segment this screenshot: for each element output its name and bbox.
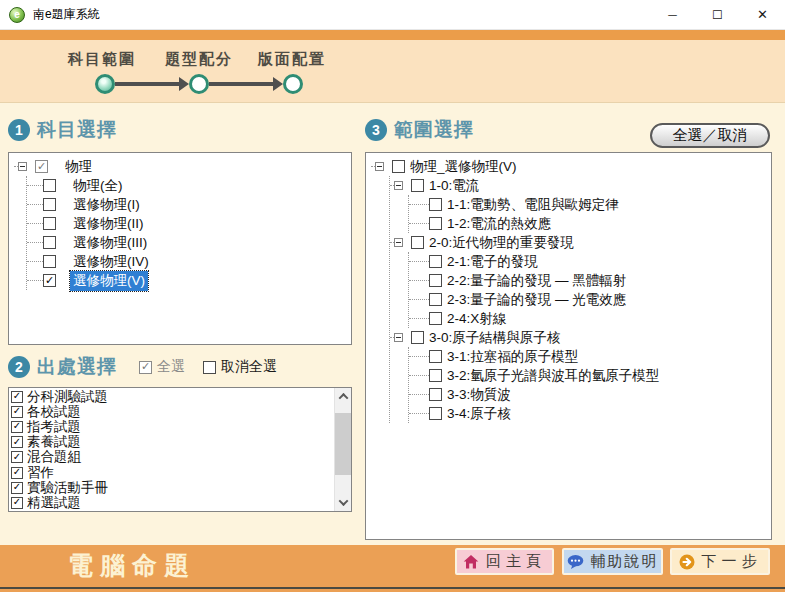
- tree-connector: [409, 204, 429, 205]
- tree-node[interactable]: 3-3:物質波: [409, 385, 771, 404]
- tree-node-label[interactable]: 1-0:電流: [426, 176, 482, 196]
- tree-node[interactable]: 3-2:氫原子光譜與波耳的氫原子模型: [409, 366, 771, 385]
- select-toggle-button[interactable]: 全選／取消: [650, 123, 770, 148]
- tree-node[interactable]: 選修物理(I): [27, 195, 351, 214]
- tree-node-label[interactable]: 1-1:電動勢、電阻與歐姆定律: [444, 195, 622, 215]
- checkbox[interactable]: [43, 217, 56, 230]
- tree-node-label[interactable]: 2-0:近代物理的重要發現: [426, 233, 577, 253]
- checkbox[interactable]: [11, 467, 23, 479]
- tree-node-label[interactable]: 選修物理(I): [70, 195, 143, 215]
- checkbox[interactable]: [429, 312, 442, 325]
- checkbox[interactable]: [429, 369, 442, 382]
- checkbox[interactable]: [43, 179, 56, 192]
- scroll-up-icon[interactable]: [335, 389, 351, 404]
- tree-node[interactable]: 選修物理(II): [27, 214, 351, 233]
- checkbox[interactable]: [11, 451, 23, 463]
- checkbox[interactable]: [429, 255, 442, 268]
- checkbox[interactable]: [11, 391, 23, 403]
- tree-node-label[interactable]: 3-0:原子結構與原子核: [426, 328, 563, 348]
- step-label-subject-range: 科目範圍: [68, 50, 136, 69]
- tree-node[interactable]: 2-0:近代物理的重要發現: [390, 233, 771, 252]
- deselect-all-checkbox[interactable]: 取消全選: [203, 358, 277, 376]
- checkbox[interactable]: [429, 350, 442, 363]
- chat-icon: [567, 554, 584, 570]
- next-step-button[interactable]: 下一步: [670, 548, 770, 575]
- minimize-button[interactable]: ─: [650, 0, 695, 30]
- checkbox[interactable]: [11, 482, 23, 494]
- checkbox[interactable]: [11, 421, 23, 433]
- tree-collapse-icon[interactable]: [394, 181, 403, 190]
- tree-node[interactable]: 選修物理(V): [27, 271, 351, 290]
- checkbox[interactable]: [429, 388, 442, 401]
- tree-node[interactable]: 3-1:拉塞福的原子模型: [409, 347, 771, 366]
- tree-node-label[interactable]: 2-3:量子論的發現 — 光電效應: [444, 290, 629, 310]
- tree-node[interactable]: 1-0:電流: [390, 176, 771, 195]
- tree-node-label[interactable]: 選修物理(IV): [70, 252, 152, 272]
- tree-node[interactable]: 物理(全): [27, 176, 351, 195]
- checkbox[interactable]: [429, 217, 442, 230]
- tree-node[interactable]: 2-2:量子論的發現 — 黑體輻射: [409, 271, 771, 290]
- help-button[interactable]: 輔助說明: [562, 548, 663, 575]
- checkbox[interactable]: [11, 436, 23, 448]
- tree-node[interactable]: 3-0:原子結構與原子核: [390, 328, 771, 347]
- tree-node[interactable]: 選修物理(III): [27, 233, 351, 252]
- maximize-button[interactable]: ☐: [695, 0, 740, 30]
- checkbox[interactable]: [411, 331, 424, 344]
- tree-collapse-icon[interactable]: [394, 333, 403, 342]
- checkbox[interactable]: [11, 406, 23, 418]
- close-button[interactable]: ✕: [740, 0, 785, 30]
- tree-node[interactable]: 2-1:電子的發現: [409, 252, 771, 271]
- checkbox[interactable]: [43, 236, 56, 249]
- select-all-checkbox[interactable]: 全選: [139, 358, 185, 376]
- deselect-all-checkbox-box[interactable]: [203, 361, 216, 374]
- checkbox[interactable]: [411, 179, 424, 192]
- tree-node-label[interactable]: 2-1:電子的發現: [444, 252, 541, 272]
- checkbox[interactable]: [43, 198, 56, 211]
- tree-collapse-icon[interactable]: [375, 162, 384, 171]
- tree-node[interactable]: 物理: [14, 157, 351, 176]
- scroll-down-icon[interactable]: [335, 495, 351, 510]
- tree-node-label[interactable]: 物理_選修物理(V): [407, 157, 520, 177]
- tree-collapse-icon[interactable]: [394, 238, 403, 247]
- tree-node-label[interactable]: 物理: [62, 157, 95, 177]
- checkbox[interactable]: [35, 160, 48, 173]
- step-label-layout-config: 版面配置: [258, 50, 326, 69]
- checkbox[interactable]: [411, 236, 424, 249]
- scrollbar-thumb[interactable]: [335, 413, 351, 475]
- checkbox[interactable]: [11, 497, 23, 509]
- checkbox[interactable]: [43, 274, 56, 287]
- tree-node-label[interactable]: 選修物理(III): [70, 233, 150, 253]
- tree-node-label[interactable]: 選修物理(V): [70, 271, 148, 291]
- checkbox[interactable]: [429, 198, 442, 211]
- tree-node-label[interactable]: 物理(全): [70, 176, 126, 196]
- tree-node-label[interactable]: 3-1:拉塞福的原子模型: [444, 347, 581, 367]
- tree-node-label[interactable]: 1-2:電流的熱效應: [444, 214, 554, 234]
- tree-connector: [409, 394, 429, 395]
- tree-node-label[interactable]: 3-3:物質波: [444, 385, 514, 405]
- checkbox[interactable]: [43, 255, 56, 268]
- source-list-item[interactable]: 精選試題: [9, 495, 351, 510]
- checkbox[interactable]: [392, 160, 405, 173]
- tree-node[interactable]: 物理_選修物理(V): [371, 157, 771, 176]
- tree-node-label[interactable]: 3-4:原子核: [444, 404, 514, 424]
- tree-connector: [409, 375, 429, 376]
- tree-node-label[interactable]: 2-2:量子論的發現 — 黑體輻射: [444, 271, 629, 291]
- scrollbar[interactable]: [334, 388, 351, 511]
- home-button[interactable]: 回主頁: [455, 548, 554, 575]
- tree-node[interactable]: 選修物理(IV): [27, 252, 351, 271]
- select-all-checkbox-box[interactable]: [139, 361, 152, 374]
- checkbox[interactable]: [429, 293, 442, 306]
- tree-node-label[interactable]: 選修物理(II): [70, 214, 147, 234]
- tree-node-label[interactable]: 2-4:X射線: [444, 309, 509, 329]
- tree-collapse-icon[interactable]: [18, 162, 27, 171]
- checkbox[interactable]: [429, 274, 442, 287]
- tree-node[interactable]: 2-3:量子論的發現 — 光電效應: [409, 290, 771, 309]
- source-list-item[interactable]: 混合題組: [9, 450, 351, 465]
- tree-node-label[interactable]: 3-2:氫原子光譜與波耳的氫原子模型: [444, 366, 662, 386]
- tree-node[interactable]: 1-1:電動勢、電阻與歐姆定律: [409, 195, 771, 214]
- app-window: e 南e題庫系統 ─ ☐ ✕ 科目範圍 題型配分 版面配置 1 科目選擇 物理物…: [0, 0, 785, 592]
- tree-node[interactable]: 2-4:X射線: [409, 309, 771, 328]
- checkbox[interactable]: [429, 407, 442, 420]
- tree-node[interactable]: 3-4:原子核: [409, 404, 771, 423]
- tree-node[interactable]: 1-2:電流的熱效應: [409, 214, 771, 233]
